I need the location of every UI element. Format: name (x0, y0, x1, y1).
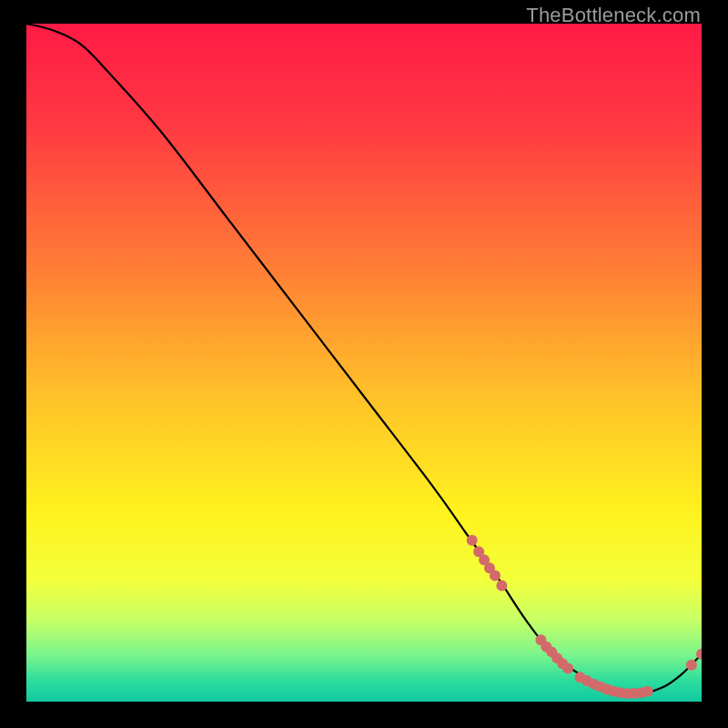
outer-frame: TheBottleneck.com (0, 0, 728, 728)
data-marker (562, 663, 573, 674)
chart-svg (26, 24, 702, 702)
gradient-background (26, 24, 702, 702)
data-marker (496, 581, 507, 592)
data-marker (642, 686, 653, 697)
data-marker (467, 535, 478, 546)
plot-area (26, 24, 702, 702)
data-marker (686, 660, 697, 671)
data-marker (490, 570, 500, 581)
